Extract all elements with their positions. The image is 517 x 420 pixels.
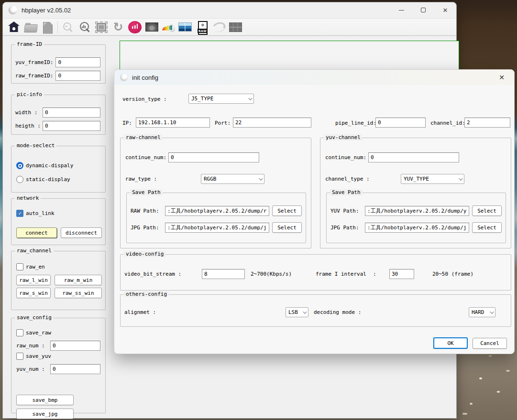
video-bit-stream-label: video_bit_stream : xyxy=(124,271,181,277)
static-display-option[interactable]: static-display xyxy=(16,176,70,183)
jpg-path-select-button[interactable]: Select xyxy=(272,222,302,233)
raw-frameid-input[interactable] xyxy=(55,71,100,81)
close-button[interactable]: ✕ xyxy=(434,2,456,18)
dynamic-display-option[interactable]: dynamic-dispaly xyxy=(16,162,73,169)
width-row: width : xyxy=(15,108,100,118)
group-title: network xyxy=(15,195,41,201)
group-dialog-yuv-channel: yuv-channel continue_num: channel_type :… xyxy=(320,138,511,248)
raw-m-win-button[interactable]: raw_m_win xyxy=(55,275,102,285)
auto-link-checkbox[interactable] xyxy=(16,210,23,217)
group-title: raw-channel xyxy=(124,134,163,140)
minimize-button[interactable] xyxy=(390,2,412,18)
chip-icon[interactable] xyxy=(94,20,109,34)
raw-en-checkbox[interactable] xyxy=(16,263,23,270)
save-yuv-checkbox[interactable] xyxy=(16,353,23,360)
zoom-stats-icon[interactable] xyxy=(77,20,92,34)
height-row: heigth : xyxy=(15,121,100,131)
frame-interval-input[interactable] xyxy=(389,269,414,279)
save-raw-checkbox[interactable] xyxy=(16,329,23,336)
sidebar: frame-ID yuv_frameID: raw_frameID: pic-i… xyxy=(8,38,108,415)
dialog-title-bar[interactable]: init config ✕ xyxy=(114,70,514,85)
title-bar[interactable]: hbplayer v2.05.02 ✕ xyxy=(3,2,456,18)
cancel-button[interactable]: Cancel xyxy=(473,338,507,349)
zoom-reset-icon[interactable] xyxy=(60,20,76,34)
jpg-path-input[interactable] xyxy=(165,223,269,233)
yuv-path-label: YUV Path: xyxy=(330,208,362,214)
ip-input[interactable] xyxy=(136,118,210,128)
raw-file-icon[interactable] xyxy=(194,20,209,34)
spectrum-zoom-icon[interactable] xyxy=(161,20,176,34)
height-input[interactable] xyxy=(43,121,100,131)
save-raw-option[interactable]: save_raw xyxy=(16,329,51,336)
refresh-icon[interactable] xyxy=(110,20,126,34)
histogram-badge-icon[interactable] xyxy=(127,20,143,34)
decoding-mode-select[interactable]: HARD xyxy=(469,307,495,317)
save-raw-label: save_raw xyxy=(26,330,51,336)
group-title: save_config xyxy=(15,314,54,321)
raw-path-select-button[interactable]: Select xyxy=(272,205,302,216)
jpg-path-input[interactable] xyxy=(365,223,469,233)
raw-type-select[interactable]: RGGB xyxy=(201,174,264,184)
dialog-close-icon[interactable]: ✕ xyxy=(495,74,508,81)
raw-continue-num-input[interactable] xyxy=(168,152,259,162)
video-wall-icon[interactable] xyxy=(177,20,193,34)
save-document-icon[interactable] xyxy=(40,20,55,34)
save-jpg-button[interactable]: save_jpg xyxy=(16,409,74,419)
ip-label: IP: xyxy=(122,120,132,126)
static-display-radio[interactable] xyxy=(16,176,23,183)
maximize-button[interactable] xyxy=(412,2,434,18)
alignment-label: alignmet : xyxy=(124,309,156,315)
save-bmp-button[interactable]: save_bmp xyxy=(16,395,74,405)
frame-interval-colon: : xyxy=(373,271,376,277)
raw-type-value: RGGB xyxy=(204,176,217,182)
auto-link-label: auto_link xyxy=(26,210,55,216)
raw-path-label: RAW Path: xyxy=(131,208,162,214)
app-logo-icon xyxy=(9,6,17,14)
yuv-frameid-input[interactable] xyxy=(55,57,100,67)
pipe-line-id-input[interactable] xyxy=(375,118,426,128)
port-input[interactable] xyxy=(233,118,311,128)
toolbar xyxy=(3,18,456,36)
group-network: network auto_link connect disconnect xyxy=(11,198,106,245)
chevron-down-icon xyxy=(303,310,307,313)
video-bit-stream-hint: 2~700(Kbps/s) xyxy=(251,271,292,277)
video-bit-stream-input[interactable] xyxy=(202,269,245,279)
frame-interval-label: frame I interval xyxy=(316,271,366,277)
save-yuv-option[interactable]: save_yuv xyxy=(16,353,51,360)
shell-curve-icon[interactable] xyxy=(211,20,226,34)
raw-s-win-button[interactable]: raw_s_win xyxy=(16,288,51,298)
raw-en-option[interactable]: raw_en xyxy=(16,263,45,270)
group-yuv-save-path: Save Path YUV Path: Select JPG Path: Sel… xyxy=(326,193,506,243)
open-folder-icon[interactable] xyxy=(23,20,38,34)
channel-type-select[interactable]: YUV_TYPE xyxy=(401,174,464,184)
connect-button[interactable]: connect xyxy=(16,227,57,238)
dynamic-display-label: dynamic-dispaly xyxy=(26,162,73,169)
yuv-num-input[interactable] xyxy=(50,364,100,374)
group-others-config: others-config alignmet : LSB decoding mo… xyxy=(120,294,511,327)
raw-l-win-button[interactable]: raw_l_win xyxy=(16,275,51,285)
jpg-path-select-button[interactable]: Select xyxy=(472,222,502,233)
disconnect-button[interactable]: disconnect xyxy=(61,227,102,238)
raw-path-input[interactable] xyxy=(165,206,269,216)
group-title: raw_channel xyxy=(15,248,54,254)
raw-num-input[interactable] xyxy=(50,341,100,351)
ok-button[interactable]: OK xyxy=(433,337,468,349)
version-type-select[interactable]: J5_TYPE xyxy=(188,94,254,104)
home-icon[interactable] xyxy=(6,20,22,34)
dynamic-display-radio[interactable] xyxy=(16,162,23,169)
decoding-mode-value: HARD xyxy=(472,309,484,315)
yuv-path-select-button[interactable]: Select xyxy=(472,205,502,216)
width-input[interactable] xyxy=(43,108,100,118)
raw-en-label: raw_en xyxy=(26,264,45,270)
noise-image-icon[interactable] xyxy=(144,20,159,34)
yuv-frameid-row: yuv_frameID: xyxy=(15,57,100,67)
yuv-continue-num-input[interactable] xyxy=(368,152,459,162)
yuv-path-input[interactable] xyxy=(365,206,469,216)
alignment-select[interactable]: LSB xyxy=(286,307,308,317)
channel-id-input[interactable] xyxy=(464,118,510,128)
auto-link-option[interactable]: auto_link xyxy=(16,210,55,217)
width-label: width : xyxy=(15,109,40,116)
group-raw-channel: raw_channel raw_en raw_l_win raw_m_win r… xyxy=(11,251,106,310)
grid-panel-icon[interactable] xyxy=(228,20,243,34)
raw-ss-win-button[interactable]: raw_ss_win xyxy=(55,288,102,298)
